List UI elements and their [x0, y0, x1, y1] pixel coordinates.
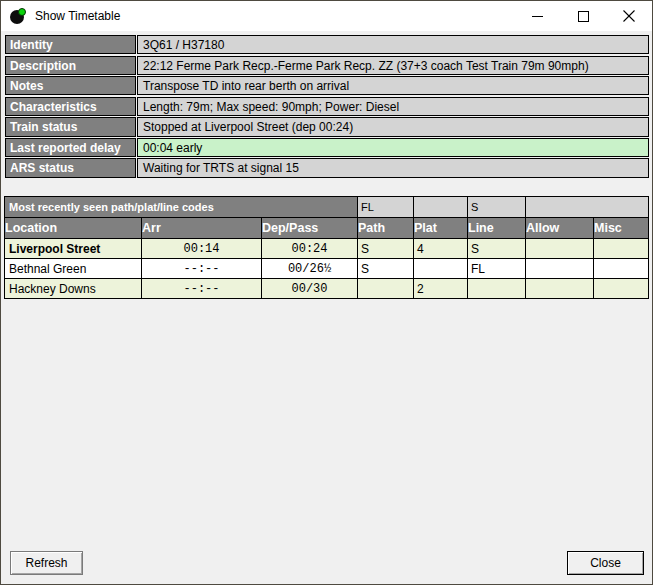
info-label-characteristics: Characteristics [5, 97, 136, 116]
cell-path: S [358, 259, 414, 279]
info-label-identity: Identity [5, 35, 136, 54]
column-header-location: Location [5, 218, 142, 239]
cell-arr: 00:14 [142, 239, 262, 259]
timetable: Most recently seen path/plat/line codes … [4, 196, 649, 299]
column-header-dep-pass: Dep/Pass [262, 218, 358, 239]
info-label-last-reported-delay: Last reported delay [5, 138, 136, 157]
info-value-description: 22:12 Ferme Park Recp.-Ferme Park Recp. … [137, 56, 649, 75]
timetable-row-hackney-downs: Hackney Downs --:-- 00/30 2 [5, 279, 649, 299]
info-value-ars-status: Waiting for TRTS at signal 15 [137, 158, 649, 177]
info-value-train-status: Stopped at Liverpool Street (dep 00:24) [137, 117, 649, 136]
column-header-arr: Arr [142, 218, 262, 239]
column-header-plat: Plat [414, 218, 468, 239]
column-header-allow: Allow [526, 218, 594, 239]
cell-arr: --:-- [142, 259, 262, 279]
info-label-train-status: Train status [5, 117, 136, 136]
simsig-logo-icon [10, 8, 27, 25]
cell-location: Bethnal Green [5, 259, 142, 279]
cell-path: S [358, 239, 414, 259]
cell-dep-pass: 00:24 [262, 239, 358, 259]
column-header-path: Path [358, 218, 414, 239]
info-label-description: Description [5, 56, 136, 75]
cell-plat: 2 [414, 279, 468, 299]
cell-misc [594, 239, 649, 259]
close-icon [623, 10, 635, 22]
timetable-row-liverpool-street: Liverpool Street 00:14 00:24 S 4 S [5, 239, 649, 259]
window-title: Show Timetable [35, 9, 120, 23]
refresh-button[interactable]: Refresh [10, 551, 83, 575]
train-info-grid: Identity 3Q61 / H37180 Description 22:12… [5, 35, 649, 178]
info-label-ars-status: ARS status [5, 158, 136, 177]
cell-arr: --:-- [142, 279, 262, 299]
recent-line-code: S [468, 197, 526, 218]
cell-allow [526, 279, 594, 299]
title-bar: Show Timetable [1, 1, 652, 31]
cell-misc [594, 259, 649, 279]
info-value-characteristics: Length: 79m; Max speed: 90mph; Power: Di… [137, 97, 649, 116]
show-timetable-dialog: Show Timetable Identity 3Q61 / H37180 [0, 0, 653, 585]
cell-allow [526, 239, 594, 259]
cell-misc [594, 279, 649, 299]
recent-allow-misc-code [526, 197, 649, 218]
timetable-header-row: Location Arr Dep/Pass Path Plat Line All… [5, 218, 649, 239]
caption-buttons [514, 1, 652, 31]
cell-plat [414, 259, 468, 279]
cell-dep-pass: 00/30 [262, 279, 358, 299]
cell-location: Hackney Downs [5, 279, 142, 299]
close-button-titlebar[interactable] [606, 1, 652, 31]
cell-line [468, 279, 526, 299]
maximize-button[interactable] [560, 1, 606, 31]
recent-codes-row: Most recently seen path/plat/line codes … [5, 197, 649, 218]
cell-location: Liverpool Street [5, 239, 142, 259]
info-label-notes: Notes [5, 76, 136, 95]
recent-plat-code [414, 197, 468, 218]
cell-dep-pass: 00/26½ [262, 259, 358, 279]
close-button[interactable]: Close [567, 551, 644, 575]
cell-path [358, 279, 414, 299]
maximize-icon [578, 11, 589, 22]
cell-line: FL [468, 259, 526, 279]
timetable-row-bethnal-green: Bethnal Green --:-- 00/26½ S FL [5, 259, 649, 279]
minimize-button[interactable] [514, 1, 560, 31]
recent-path-code: FL [358, 197, 414, 218]
logo-green-lamp [18, 8, 26, 16]
cell-allow [526, 259, 594, 279]
cell-plat: 4 [414, 239, 468, 259]
column-header-line: Line [468, 218, 526, 239]
info-value-notes: Transpose TD into rear berth on arrival [137, 76, 649, 95]
column-header-misc: Misc [594, 218, 649, 239]
minimize-icon [532, 11, 543, 22]
info-value-identity: 3Q61 / H37180 [137, 35, 649, 54]
timetable-caption: Most recently seen path/plat/line codes [5, 197, 358, 218]
info-value-last-reported-delay: 00:04 early [137, 138, 649, 157]
cell-line: S [468, 239, 526, 259]
